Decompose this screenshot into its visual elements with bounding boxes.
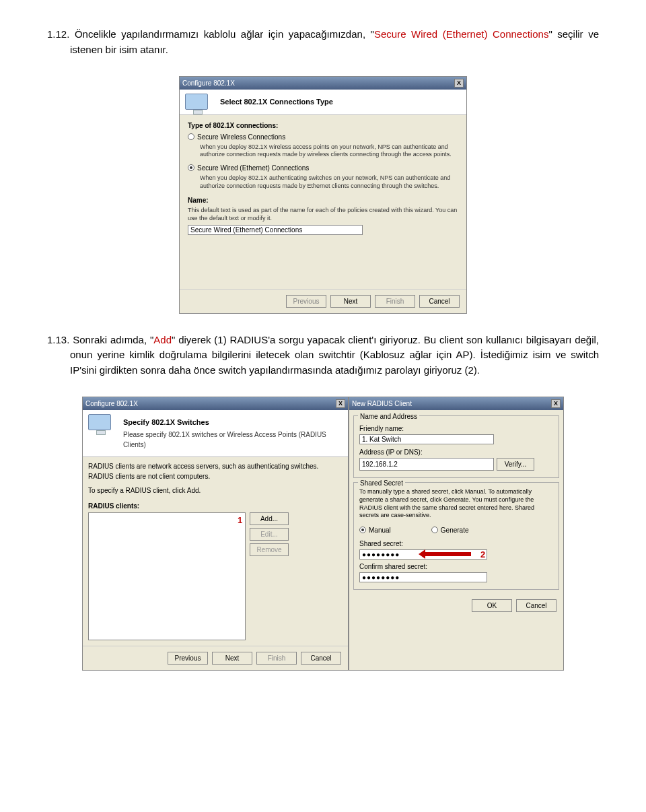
dialog2b-titlebar[interactable]: New RADIUS Client X: [349, 397, 563, 410]
radius-clients-listbox[interactable]: [88, 512, 246, 640]
generate-radio[interactable]: Generate: [431, 525, 469, 535]
ok-button[interactable]: OK: [472, 599, 512, 612]
secret-desc: To manually type a shared secret, click …: [359, 488, 553, 520]
specify-switches-dialog: Configure 802.1X X Specify 802.1X Switch…: [82, 397, 349, 671]
arrow-icon: [424, 552, 471, 556]
para1-num: 1.12.: [47, 28, 69, 40]
intro2: To specify a RADIUS client, click Add.: [88, 485, 343, 496]
generate-label: Generate: [441, 525, 469, 535]
next-button[interactable]: Next: [330, 295, 371, 308]
cancel-button[interactable]: Cancel: [301, 652, 341, 665]
list-label: RADIUS clients:: [88, 501, 343, 511]
dialog1-title: Configure 802.1X: [182, 78, 235, 88]
opt1-desc: When you deploy 802.1X wireless access p…: [200, 143, 458, 159]
group-secret-title: Shared Secret: [358, 478, 405, 488]
dialog1-wrap: Configure 802.1X X Select 802.1X Connect…: [47, 76, 599, 314]
dialog2a-banner: Specify 802.1X Switches Please specify 8…: [83, 410, 348, 457]
radio-icon[interactable]: [359, 527, 366, 533]
name-desc: This default text is used as part of the…: [188, 207, 458, 222]
previous-button[interactable]: Previous: [286, 295, 326, 308]
dialog2a-body: RADIUS clients are network access server…: [83, 457, 348, 646]
finish-button[interactable]: Finish: [375, 295, 415, 308]
dialog2b-buttons: OK Cancel: [349, 594, 563, 617]
dialog2a-banner-sub: Please specify 802.1X switches or Wirele…: [123, 430, 341, 450]
address-input[interactable]: [359, 458, 494, 471]
close-icon[interactable]: X: [551, 399, 561, 408]
para1-red: Secure Wired (Ethernet) Connections: [374, 28, 548, 40]
shared-label: Shared secret:: [359, 539, 553, 549]
confirm-label: Confirm shared secret:: [359, 562, 553, 572]
annotation-2: 2: [480, 548, 485, 562]
name-input[interactable]: [188, 225, 363, 235]
radio-icon[interactable]: [188, 164, 194, 171]
friendly-name-input[interactable]: [359, 434, 494, 444]
new-radius-client-dialog: New RADIUS Client X Name and Address Fri…: [349, 397, 564, 671]
shared-secret-group: Shared Secret To manually type a shared …: [353, 482, 559, 590]
para2-red: Add: [153, 334, 172, 345]
para1-a: Öncelikle yapılandırmamızı kablolu ağlar…: [75, 28, 374, 40]
radio-wired[interactable]: Secure Wired (Ethernet) Connections: [188, 163, 458, 173]
opt2-desc: When you deploy 802.1X authenticating sw…: [200, 174, 458, 190]
manual-label: Manual: [369, 525, 391, 535]
finish-button[interactable]: Finish: [256, 652, 297, 665]
confirm-secret-input[interactable]: [359, 572, 487, 582]
verify-button[interactable]: Verify...: [497, 458, 534, 471]
dialog1-titlebar[interactable]: Configure 802.1X X: [180, 77, 466, 90]
opt1-label: Secure Wireless Connections: [197, 132, 285, 142]
para2-a: Sonraki adımda, ": [73, 334, 153, 345]
paragraph-1: 1.12. Öncelikle yapılandırmamızı kablolu…: [47, 27, 599, 57]
dialog1-body: Type of 802.1X connections: Secure Wirel…: [180, 115, 466, 289]
next-button[interactable]: Next: [212, 652, 252, 665]
manual-radio[interactable]: Manual: [359, 525, 391, 535]
radio-icon[interactable]: [188, 133, 194, 140]
edit-button[interactable]: Edit...: [250, 528, 289, 541]
dialog1-buttons: Previous Next Finish Cancel: [180, 289, 466, 313]
dialog2a-banner-title: Specify 802.1X Switches: [123, 417, 341, 428]
address-label: Address (IP or DNS):: [359, 447, 553, 457]
close-icon[interactable]: X: [454, 79, 464, 88]
dialog2a-buttons: Previous Next Finish Cancel: [83, 646, 348, 670]
add-button[interactable]: Add...: [250, 512, 289, 525]
radio-wireless[interactable]: Secure Wireless Connections: [188, 132, 458, 142]
side-buttons: Add... Edit... Remove: [246, 512, 289, 640]
type-label: Type of 802.1X connections:: [188, 121, 458, 131]
dialog1-banner: Select 802.1X Connections Type: [180, 90, 466, 115]
previous-button[interactable]: Previous: [168, 652, 208, 665]
paragraph-2: 1.13. Sonraki adımda, "Add" diyerek (1) …: [47, 333, 599, 378]
group-name-title: Name and Address: [358, 411, 419, 421]
name-address-group: Name and Address Friendly name: Address …: [353, 415, 559, 478]
intro1: RADIUS clients are network access server…: [88, 461, 343, 481]
cancel-button[interactable]: Cancel: [516, 599, 557, 612]
friendly-label: Friendly name:: [359, 424, 553, 434]
monitor-icon: [185, 94, 212, 118]
cancel-button[interactable]: Cancel: [419, 295, 460, 308]
opt2-label: Secure Wired (Ethernet) Connections: [197, 163, 309, 173]
remove-button[interactable]: Remove: [250, 543, 289, 556]
para2-num: 1.13.: [47, 334, 69, 345]
dialog2a-titlebar[interactable]: Configure 802.1X X: [83, 397, 348, 410]
dialogs-row: Configure 802.1X X Specify 802.1X Switch…: [47, 397, 599, 671]
name-label: Name:: [188, 195, 458, 205]
configure-8021x-dialog: Configure 802.1X X Select 802.1X Connect…: [179, 76, 467, 314]
radio-icon[interactable]: [431, 527, 438, 533]
dialog2a-title: Configure 802.1X: [85, 399, 138, 409]
dialog2b-title: New RADIUS Client: [352, 399, 412, 409]
close-icon[interactable]: X: [336, 399, 345, 408]
dialog1-banner-title: Select 802.1X Connections Type: [220, 96, 460, 108]
annotation-1: 1: [238, 514, 242, 527]
monitor-icon: [88, 414, 115, 438]
dialog2b-body: Name and Address Friendly name: Address …: [349, 410, 563, 619]
